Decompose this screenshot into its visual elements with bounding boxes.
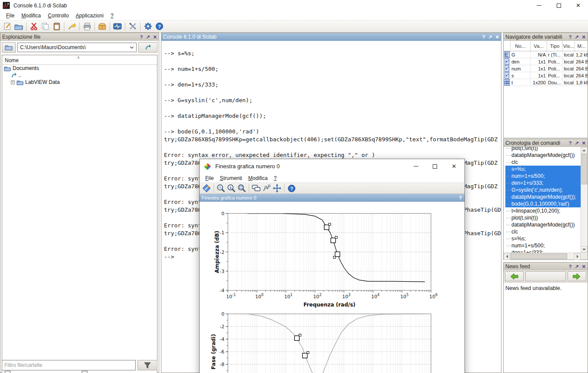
- go-up-button[interactable]: [138, 42, 157, 53]
- panel-close-icon[interactable]: ✕: [582, 264, 586, 269]
- help-icon[interactable]: ?: [154, 21, 164, 32]
- xcos-icon[interactable]: [112, 21, 123, 32]
- history-item[interactable]: s=%s;: [505, 166, 581, 173]
- tree-item-..[interactable]: ..: [2, 72, 157, 79]
- history-item[interactable]: t=linspace(0,10,200);: [505, 207, 581, 214]
- variable-row-num[interactable]: x²num1x1Poli...local264 B: [504, 65, 588, 72]
- news-next-button[interactable]: [568, 271, 586, 281]
- scrollbar-thumb[interactable]: [581, 154, 587, 184]
- news-previous-button[interactable]: [505, 271, 524, 281]
- atoms-modules-icon[interactable]: [97, 21, 107, 32]
- panel-undock-icon[interactable]: ↗: [146, 35, 150, 40]
- panel-help-icon[interactable]: ?: [569, 35, 572, 40]
- minimize-button[interactable]: [529, 0, 549, 11]
- menu-item-file[interactable]: File: [3, 11, 18, 20]
- variable-row-s[interactable]: x²s1x1Poli...local264 B: [504, 72, 588, 79]
- history-item[interactable]: clc: [505, 228, 581, 235]
- history-item[interactable]: datatipManagerMode(gcf()): [505, 221, 581, 228]
- ged-editor-icon[interactable]: [202, 183, 211, 193]
- maximize-button[interactable]: [549, 0, 568, 11]
- history-item[interactable]: G=syslin('c',num/den);: [505, 186, 581, 193]
- path-combobox[interactable]: C:\Users\Mauro\Documents\: [17, 43, 137, 52]
- history-item[interactable]: plot(t,sin(t)): [505, 214, 581, 221]
- scroll-down-icon[interactable]: [581, 246, 588, 253]
- filter-button[interactable]: [137, 360, 157, 370]
- variable-row-G[interactable]: GN/Ar (Tl...local1,2 kB: [504, 51, 588, 58]
- panel-help-icon[interactable]: ?: [569, 141, 572, 146]
- history-item[interactable]: den=1+s/333;: [505, 180, 581, 186]
- column-header[interactable]: No...: [511, 41, 531, 51]
- history-item[interactable]: datatipManagerMode(gcf()): [505, 152, 581, 159]
- panel-close-icon[interactable]: ✕: [582, 141, 586, 146]
- expand-icon[interactable]: +: [11, 80, 15, 84]
- history-item[interactable]: s=%s;: [505, 235, 581, 242]
- column-header[interactable]: M...: [575, 41, 588, 51]
- datatips-icon[interactable]: [251, 183, 261, 193]
- history-item[interactable]: clc: [505, 159, 581, 166]
- panel-undock-icon[interactable]: ↗: [575, 264, 579, 269]
- scroll-left-icon[interactable]: [504, 253, 510, 260]
- pan-icon[interactable]: [272, 183, 282, 193]
- cut-icon[interactable]: [29, 21, 39, 32]
- history-item[interactable]: num=1+s/500;: [505, 242, 581, 249]
- minimize-button[interactable]: [406, 159, 425, 173]
- column-header[interactable]: Va...: [531, 41, 547, 51]
- menu-item-?[interactable]: ?: [107, 11, 117, 20]
- close-button[interactable]: ✕: [568, 0, 588, 11]
- panel-help-icon[interactable]: ?: [459, 195, 462, 200]
- preferences-gear-icon[interactable]: [143, 21, 153, 32]
- variable-row-den[interactable]: x²den1x1Poli...local264 B: [504, 58, 588, 65]
- name-column-header[interactable]: ∧ Nome: [2, 55, 157, 65]
- column-header[interactable]: Vis...: [563, 41, 575, 51]
- maximize-button[interactable]: [425, 159, 444, 173]
- variable-row-t[interactable]: t1x200Dou...local1,8 kB: [504, 79, 588, 86]
- panel-help-icon[interactable]: ?: [482, 35, 485, 40]
- history-list[interactable]: plot(t,sin(t))datatipManagerMode(gcf())c…: [504, 147, 581, 253]
- history-horizontal-scrollbar[interactable]: [504, 253, 581, 260]
- zoom-out-icon[interactable]: [237, 183, 247, 193]
- scroll-up-icon[interactable]: [581, 147, 588, 153]
- scrollbar-thumb[interactable]: [511, 253, 567, 259]
- checkbox-stub-1[interactable]: [5, 371, 10, 373]
- panel-close-icon[interactable]: ✕: [495, 35, 499, 40]
- menu-item-applicazioni[interactable]: Applicazioni: [72, 11, 107, 20]
- close-button[interactable]: ✕: [444, 159, 464, 173]
- history-vertical-scrollbar[interactable]: [581, 147, 588, 253]
- open-file-icon[interactable]: [13, 21, 24, 32]
- tools-icon[interactable]: [127, 21, 138, 32]
- paste-icon[interactable]: [51, 21, 62, 32]
- menu-item-modifica[interactable]: Modifica: [245, 174, 271, 182]
- help-icon[interactable]: ?: [287, 183, 296, 193]
- graphic-window-titlebar[interactable]: Finestra grafica numero 0 ✕: [200, 159, 464, 173]
- menu-item-?[interactable]: ?: [271, 174, 280, 182]
- zoom-area-icon[interactable]: [216, 183, 226, 193]
- filter-input[interactable]: [2, 360, 136, 370]
- print-icon[interactable]: [82, 21, 92, 32]
- clear-console-icon[interactable]: [67, 21, 77, 32]
- scroll-right-icon[interactable]: [574, 253, 581, 260]
- new-script-icon[interactable]: [2, 21, 13, 32]
- tree-item-labviewdata[interactable]: +LabVIEW Data: [2, 79, 157, 86]
- tree-item-documents[interactable]: Documents: [2, 65, 157, 72]
- history-item[interactable]: den=1+s/333;: [505, 249, 581, 253]
- figure-canvas[interactable]: 0-1-2-3-410-1100101102103104105106Ampiez…: [200, 202, 464, 373]
- history-item[interactable]: plot(t,sin(t)): [505, 147, 581, 152]
- history-item[interactable]: num=1+s/500;: [505, 173, 581, 180]
- panel-help-icon[interactable]: ?: [569, 264, 572, 269]
- copy-icon[interactable]: [40, 21, 50, 32]
- menu-item-modifica[interactable]: Modifica: [18, 11, 44, 20]
- panel-close-icon[interactable]: ✕: [582, 35, 586, 40]
- news-page-box[interactable]: [525, 271, 565, 281]
- checkbox-stub-2[interactable]: [82, 371, 87, 373]
- menu-item-strumenti[interactable]: Strumenti: [217, 174, 245, 182]
- panel-close-icon[interactable]: ✕: [153, 35, 157, 40]
- panel-help-icon[interactable]: ?: [140, 35, 143, 40]
- panel-undock-icon[interactable]: ↗: [488, 35, 492, 40]
- panel-undock-icon[interactable]: ↗: [575, 141, 579, 146]
- menu-item-controllo[interactable]: Controllo: [44, 11, 72, 20]
- menu-item-file[interactable]: File: [202, 174, 217, 182]
- folder-button[interactable]: [2, 42, 16, 53]
- zoom-original-icon[interactable]: 1: [227, 183, 236, 193]
- history-item[interactable]: datatipManagerMode(gcf());: [505, 193, 581, 200]
- datatip-edit-icon[interactable]: [262, 183, 271, 193]
